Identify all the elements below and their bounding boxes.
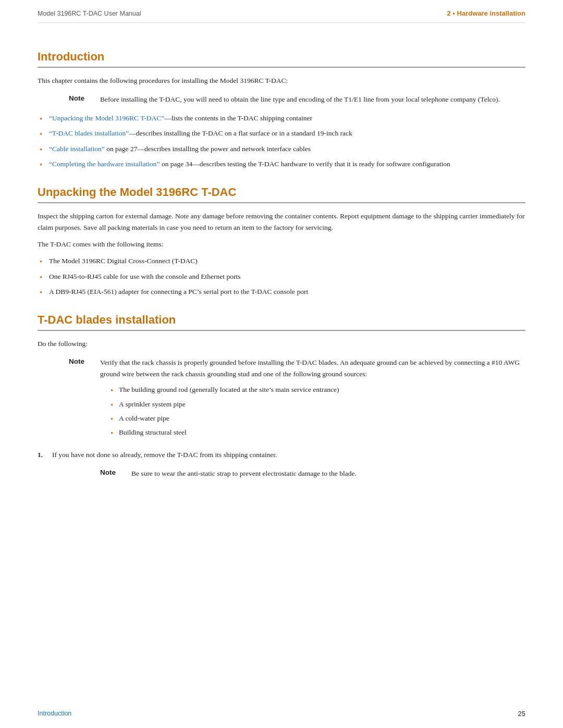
list-item: A sprinkler system pipe xyxy=(108,399,525,410)
note-label-step1: Note xyxy=(100,468,123,476)
note-label-intro: Note xyxy=(69,94,92,102)
list-item: A DB9-RJ45 (EIA-561) adapter for connect… xyxy=(38,286,525,298)
step-number-1: 1. xyxy=(38,449,43,461)
page-footer: Introduction 25 xyxy=(0,710,563,718)
section-introduction: Introduction This chapter contains the f… xyxy=(38,50,525,170)
note-text-tdac: Verify that the rack chassis is properly… xyxy=(100,359,520,378)
step-text-1: If you have not done so already, remove … xyxy=(52,451,277,459)
list-item: 1. If you have not done so already, remo… xyxy=(38,449,525,461)
note-block-intro: Note Before installing the T-DAC, you wi… xyxy=(69,94,525,105)
section-title-unpacking: Unpacking the Model 3196RC T-DAC xyxy=(38,186,525,199)
section-title-introduction: Introduction xyxy=(38,50,525,64)
bullet-rest-0: —lists the contents in the T-DAC shippin… xyxy=(164,114,312,122)
unpacking-paragraph2: The T-DAC comes with the following items… xyxy=(38,239,525,250)
list-item: The building ground rod (generally locat… xyxy=(108,384,525,396)
header-manual-title: Model 3196RC T-DAC User Manual xyxy=(38,10,141,17)
main-content: Introduction This chapter contains the f… xyxy=(0,23,563,518)
link-tdac-blades[interactable]: “T-DAC blades installation” xyxy=(49,129,129,137)
note-text-step1: Be sure to wear the anti-static strap to… xyxy=(131,468,357,479)
link-unpacking[interactable]: “Unpacking the Model 3196RC T-DAC” xyxy=(49,114,164,122)
section-divider-tdac-blades xyxy=(38,330,525,331)
note-block-tdac-blades: Note Verify that the rack chassis is pro… xyxy=(69,357,525,442)
list-item: The Model 3196RC Digital Cross-Connect (… xyxy=(38,255,525,267)
header-chapter-title: 2 • Hardware installation xyxy=(447,9,525,17)
section-divider-unpacking xyxy=(38,202,525,203)
page-number: 25 xyxy=(518,710,525,718)
note-content-tdac: Verify that the rack chassis is properly… xyxy=(100,357,525,442)
list-item: “Completing the hardware installation” o… xyxy=(38,158,525,170)
note-label-tdac: Note xyxy=(69,357,92,365)
list-item: One RJ45-to-RJ45 cable for use with the … xyxy=(38,271,525,282)
note-text-intro: Before installing the T-DAC, you will ne… xyxy=(100,94,500,105)
section-tdac-blades: T-DAC blades installation Do the followi… xyxy=(38,313,525,479)
steps-list: 1. If you have not done so already, remo… xyxy=(38,449,525,461)
bullet-rest-1: —describes installing the T-DAC on a fla… xyxy=(129,129,352,137)
section-divider-introduction xyxy=(38,67,525,68)
tdac-blades-intro: Do the following: xyxy=(38,338,525,350)
unpacking-paragraph1: Inspect the shipping carton for external… xyxy=(38,211,525,234)
bullet-rest-2: on page 27—describes installing the powe… xyxy=(105,145,311,153)
note-sub-list: The building ground rod (generally locat… xyxy=(108,384,525,438)
note-block-step1: Note Be sure to wear the anti-static str… xyxy=(100,468,525,479)
page-header: Model 3196RC T-DAC User Manual 2 • Hardw… xyxy=(0,0,563,22)
section-title-tdac-blades: T-DAC blades installation xyxy=(38,313,525,327)
list-item: “T-DAC blades installation”—describes in… xyxy=(38,128,525,139)
list-item: A cold-water pipe xyxy=(108,413,525,424)
footer-section-label: Introduction xyxy=(38,710,71,718)
list-item: Building structural steel xyxy=(108,427,525,438)
list-item: “Cable installation” on page 27—describe… xyxy=(38,143,525,155)
unpacking-items-list: The Model 3196RC Digital Cross-Connect (… xyxy=(38,255,525,298)
link-completing[interactable]: “Completing the hardware installation” xyxy=(49,160,160,168)
link-cable-installation[interactable]: “Cable installation” xyxy=(49,145,105,153)
list-item: “Unpacking the Model 3196RC T-DAC”—lists… xyxy=(38,113,525,124)
intro-paragraph: This chapter contains the following proc… xyxy=(38,75,525,87)
bullet-rest-3: on page 34—describes testing the T-DAC h… xyxy=(160,160,450,168)
intro-bullet-list: “Unpacking the Model 3196RC T-DAC”—lists… xyxy=(38,113,525,170)
section-unpacking: Unpacking the Model 3196RC T-DAC Inspect… xyxy=(38,186,525,298)
